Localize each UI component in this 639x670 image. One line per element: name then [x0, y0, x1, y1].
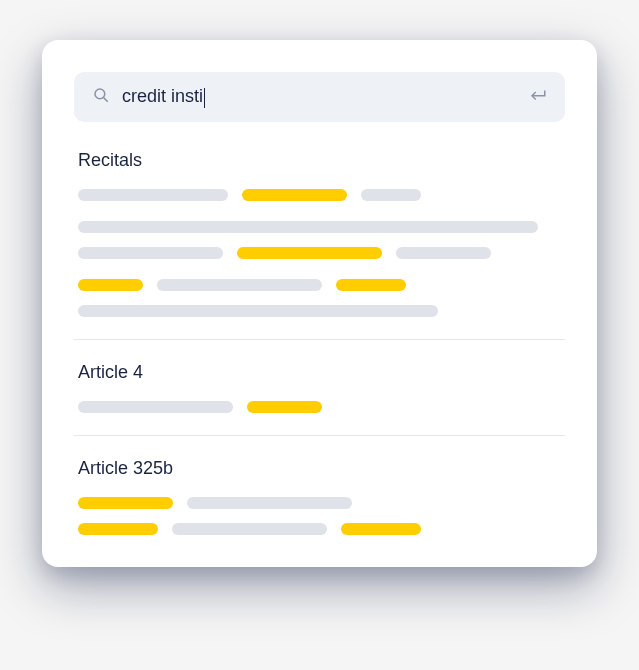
text-line: [78, 305, 561, 317]
section-title: Recitals: [78, 150, 561, 171]
text-line: [78, 189, 561, 201]
result-section[interactable]: Article 4: [74, 339, 565, 413]
highlight-block: [78, 497, 173, 509]
result-section[interactable]: Article 325b: [74, 435, 565, 535]
highlight-block: [78, 279, 143, 291]
svg-point-0: [95, 89, 105, 99]
text-block: [78, 221, 538, 233]
text-block: [361, 189, 421, 201]
text-line: [78, 279, 561, 291]
svg-line-1: [104, 98, 108, 102]
text-line: [78, 247, 561, 259]
search-input[interactable]: credit insti: [122, 86, 529, 107]
highlight-block: [247, 401, 322, 413]
text-block: [78, 401, 233, 413]
result-snippet: [78, 189, 561, 201]
text-block: [396, 247, 491, 259]
highlight-block: [237, 247, 382, 259]
text-block: [78, 189, 228, 201]
results-list: RecitalsArticle 4Article 325b: [74, 150, 565, 535]
section-title: Article 325b: [78, 458, 561, 479]
section-title: Article 4: [78, 362, 561, 383]
search-icon: [92, 86, 110, 108]
text-block: [78, 305, 438, 317]
highlight-block: [242, 189, 347, 201]
highlight-block: [341, 523, 421, 535]
result-section[interactable]: Recitals: [74, 150, 565, 317]
text-line: [78, 523, 561, 535]
enter-icon: [529, 88, 547, 106]
result-snippet: [78, 401, 561, 413]
text-block: [78, 247, 223, 259]
text-line: [78, 497, 561, 509]
search-results-card: credit insti RecitalsArticle 4Article 32…: [42, 40, 597, 567]
highlight-block: [336, 279, 406, 291]
result-snippet: [78, 497, 561, 535]
text-block: [187, 497, 352, 509]
text-line: [78, 221, 561, 233]
text-line: [78, 401, 561, 413]
text-block: [157, 279, 322, 291]
highlight-block: [78, 523, 158, 535]
search-bar[interactable]: credit insti: [74, 72, 565, 122]
result-snippet: [78, 221, 561, 259]
result-snippet: [78, 279, 561, 317]
text-cursor: [204, 88, 205, 108]
text-block: [172, 523, 327, 535]
